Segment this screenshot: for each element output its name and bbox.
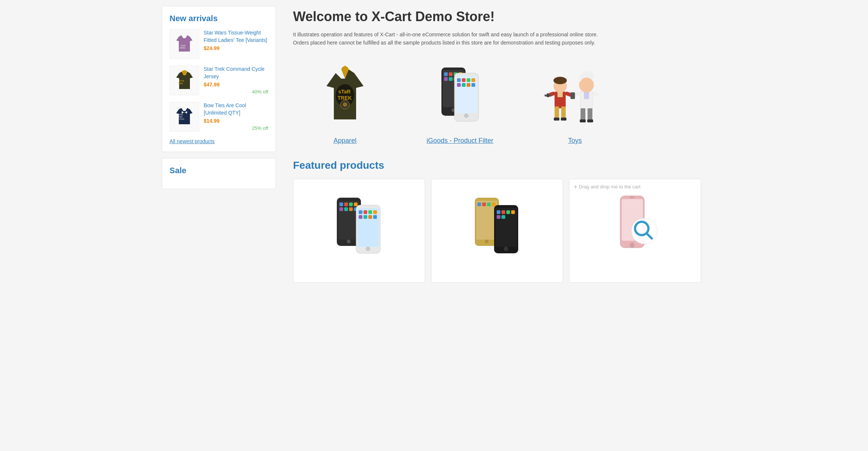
all-newest-products-link[interactable]: All newest products	[170, 138, 268, 144]
svg-rect-98	[502, 215, 505, 219]
svg-rect-25	[449, 77, 453, 81]
product-info: Star Trek Command Cycle Jersey $47.99 40…	[204, 66, 268, 95]
product-price: $24.99	[204, 45, 268, 51]
product-thumbnail: BOW TIES COOL	[170, 102, 199, 132]
svg-rect-45	[561, 118, 566, 121]
category-igoods-link[interactable]: iGoods - Product Filter	[427, 137, 493, 145]
product-name[interactable]: Star Wars Tissue-Weight Fitted Ladies' T…	[204, 29, 268, 44]
svg-rect-69	[344, 207, 348, 211]
svg-rect-55	[588, 108, 592, 121]
product-info: Bow Ties Are Cool [Unlimited QTY] $14.99…	[204, 102, 268, 131]
featured-products-title: Featured products	[293, 159, 701, 171]
svg-rect-103	[629, 197, 635, 198]
svg-point-39	[464, 114, 468, 118]
category-toys-link[interactable]: Toys	[568, 137, 582, 145]
featured-phones-2-icon	[467, 190, 527, 264]
page-title: Welcome to X-Cart Demo Store!	[293, 9, 701, 24]
svg-rect-75	[359, 210, 362, 214]
category-igoods[interactable]: iGoods - Product Filter	[408, 58, 512, 145]
svg-text:WARS: WARS	[180, 47, 185, 49]
featured-phones-1-icon	[329, 190, 389, 264]
drag-hint-text: Drag and drop me to the cart	[579, 184, 640, 190]
svg-rect-21	[449, 72, 453, 76]
featured-card-1-image	[326, 190, 392, 264]
svg-rect-96	[511, 210, 515, 214]
svg-rect-77	[368, 210, 372, 214]
svg-point-104	[630, 243, 634, 247]
apparel-jersey-icon: sTaR TREK	[315, 62, 375, 129]
sidebar: New arrivals STAR WARS Star Wars Tissue-…	[156, 0, 282, 292]
svg-rect-33	[467, 78, 470, 82]
svg-text:TREK: TREK	[178, 82, 183, 85]
svg-rect-32	[462, 78, 466, 82]
svg-text:COOL: COOL	[179, 118, 184, 120]
bowtie-shirt-icon: BOW TIES COOL	[173, 106, 195, 128]
svg-rect-88	[487, 203, 491, 206]
svg-rect-66	[349, 203, 353, 206]
new-arrivals-title: New arrivals	[170, 14, 268, 23]
svg-rect-61	[571, 92, 575, 99]
categories-grid: sTaR TREK Apparel	[293, 58, 701, 145]
plus-icon: +	[574, 184, 577, 190]
svg-point-83	[366, 247, 370, 251]
product-thumbnail: STAR TREK	[170, 66, 199, 95]
svg-rect-80	[364, 215, 367, 219]
svg-point-17	[343, 102, 347, 107]
category-apparel[interactable]: sTaR TREK Apparel	[293, 58, 397, 145]
svg-text:sTaR: sTaR	[338, 89, 351, 95]
jersey-icon: STAR TREK	[172, 69, 197, 93]
svg-rect-36	[462, 83, 466, 87]
drag-hint: + Drag and drop me to the cart	[574, 184, 641, 190]
welcome-desc-line1: It illustrates operation and features of…	[293, 30, 664, 39]
product-price: $14.99	[204, 118, 268, 124]
svg-rect-67	[354, 203, 358, 206]
svg-rect-31	[457, 78, 461, 82]
svg-rect-60	[592, 92, 599, 97]
product-name[interactable]: Bow Ties Are Cool [Unlimited QTY]	[204, 102, 268, 116]
sale-title: Sale	[170, 166, 268, 175]
svg-rect-34	[471, 78, 475, 82]
svg-rect-42	[555, 106, 559, 119]
svg-rect-51	[547, 93, 549, 97]
svg-rect-44	[554, 118, 559, 121]
featured-card-3-image	[602, 190, 668, 264]
svg-point-47	[553, 77, 567, 84]
svg-rect-59	[574, 92, 581, 97]
product-info: Star Wars Tissue-Weight Fitted Ladies' T…	[204, 29, 268, 51]
sale-card: Sale	[162, 158, 276, 189]
featured-card-1	[293, 179, 425, 283]
svg-rect-20	[444, 72, 448, 76]
product-price: $47.99	[204, 82, 268, 88]
product-name[interactable]: Star Trek Command Cycle Jersey	[204, 66, 268, 80]
welcome-description: It illustrates operation and features of…	[293, 30, 664, 47]
featured-card-2	[431, 179, 563, 283]
svg-rect-82	[373, 215, 377, 219]
tshirt-icon: STAR WARS	[173, 33, 195, 55]
svg-point-72	[347, 240, 351, 243]
list-item: BOW TIES COOL Bow Ties Are Cool [Unlimit…	[170, 102, 268, 132]
featured-phone-search-icon	[605, 190, 665, 264]
category-toys[interactable]: Toys	[523, 58, 627, 145]
featured-card-3: + Drag and drop me to the cart	[569, 179, 701, 283]
svg-rect-38	[471, 83, 475, 87]
svg-rect-89	[492, 203, 496, 206]
list-item: STAR WARS Star Wars Tissue-Weight Fitted…	[170, 29, 268, 59]
svg-rect-86	[477, 203, 481, 206]
category-apparel-link[interactable]: Apparel	[333, 137, 356, 145]
svg-rect-68	[339, 207, 343, 211]
svg-point-90	[485, 240, 489, 243]
featured-products-grid: + Drag and drop me to the cart	[293, 179, 701, 283]
svg-rect-76	[364, 210, 367, 214]
iphones-icon	[423, 62, 497, 129]
svg-rect-97	[497, 215, 500, 219]
svg-rect-54	[581, 108, 585, 121]
svg-rect-79	[359, 215, 362, 219]
svg-rect-78	[373, 210, 377, 214]
product-discount: 25% off	[204, 125, 268, 131]
category-apparel-image: sTaR TREK	[304, 58, 386, 132]
welcome-desc-line2: Orders placed here cannot be fulfilled a…	[293, 39, 664, 47]
svg-text:STAR: STAR	[179, 80, 184, 82]
svg-rect-95	[506, 210, 510, 214]
svg-marker-0	[176, 35, 193, 52]
product-discount: 40% off	[204, 89, 268, 95]
